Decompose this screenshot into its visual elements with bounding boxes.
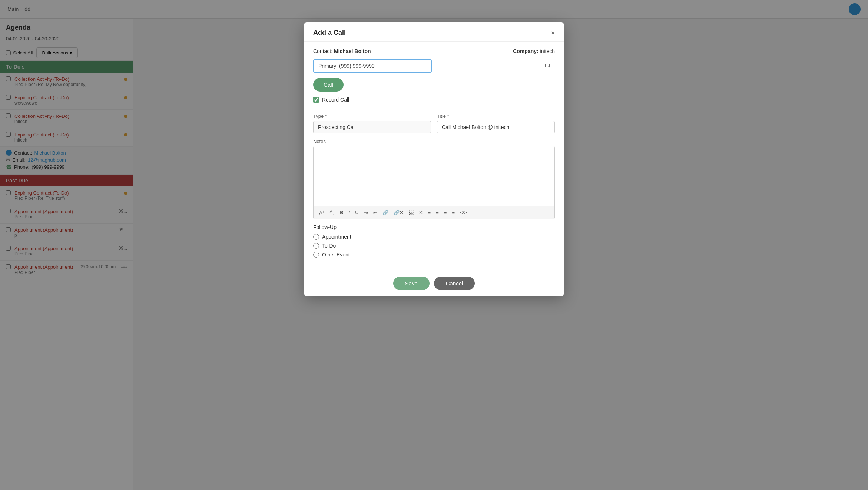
save-button[interactable]: Save xyxy=(393,277,430,290)
toolbar-remove-button[interactable]: ✕ xyxy=(417,209,425,216)
modal-close-button[interactable]: × xyxy=(551,30,555,36)
followup-other-radio[interactable] xyxy=(313,252,319,258)
toolbar-underline-button[interactable]: U xyxy=(353,209,360,216)
record-call-checkbox[interactable] xyxy=(313,97,319,103)
call-button[interactable]: Call xyxy=(313,78,344,92)
contact-company-line: Contact: Michael Bolton Company: initech xyxy=(313,48,555,54)
phone-select-wrapper: Primary: (999) 999-9999 ⬆⬇ xyxy=(313,59,555,73)
add-call-modal: Add a Call × Contact: Michael Bolton Com… xyxy=(304,22,564,296)
title-input[interactable] xyxy=(437,121,555,133)
modal-title: Add a Call xyxy=(313,29,346,37)
cancel-button[interactable]: Cancel xyxy=(434,277,475,290)
followup-other-label[interactable]: Other Event xyxy=(313,252,555,258)
followup-title: Follow-Up xyxy=(313,224,555,230)
followup-other-text: Other Event xyxy=(322,252,350,258)
toolbar-outdent-button[interactable]: ⇤ xyxy=(371,209,379,216)
title-group: Title * xyxy=(437,113,555,133)
notes-editor: A↑ A↓ B I U ⇥ ⇤ 🔗 🔗✕ 🖼 ✕ ≡ ≡ ≡ ≡ </> xyxy=(313,146,555,219)
toolbar-align-center-button[interactable]: ≡ xyxy=(434,209,441,216)
type-label: Type * xyxy=(313,113,431,119)
toolbar-font-larger-button[interactable]: A↑ xyxy=(317,208,326,216)
toolbar-bold-button[interactable]: B xyxy=(338,209,345,216)
followup-todo-text: To-Do xyxy=(322,243,336,249)
followup-appointment-radio[interactable] xyxy=(313,234,319,240)
toolbar-image-button[interactable]: 🖼 xyxy=(407,209,415,216)
modal-company-label: Company: xyxy=(513,48,538,54)
modal-company-name: initech xyxy=(540,48,555,54)
toolbar-unlink-button[interactable]: 🔗✕ xyxy=(392,209,405,216)
notes-group: Notes A↑ A↓ B I U ⇥ ⇤ 🔗 🔗✕ 🖼 ✕ ≡ ≡ xyxy=(313,139,555,219)
followup-section: Follow-Up Appointment To-Do Other Event xyxy=(313,224,555,263)
modal-company-info: Company: initech xyxy=(513,48,555,54)
toolbar-font-smaller-button[interactable]: A↓ xyxy=(328,208,337,216)
phone-select[interactable]: Primary: (999) 999-9999 xyxy=(313,59,432,73)
type-select[interactable]: Prospecting Call Follow-Up Call Appointm… xyxy=(313,121,431,133)
toolbar-align-justify-button[interactable]: ≡ xyxy=(450,209,457,216)
modal-header: Add a Call × xyxy=(304,22,564,42)
record-call-label: Record Call xyxy=(322,97,349,103)
phone-select-chevron-icon: ⬆⬇ xyxy=(544,63,551,69)
record-call-row: Record Call xyxy=(313,97,555,108)
modal-contact-name: Michael Bolton xyxy=(334,48,371,54)
toolbar-indent-button[interactable]: ⇥ xyxy=(362,209,370,216)
followup-appointment-label[interactable]: Appointment xyxy=(313,234,555,240)
notes-label: Notes xyxy=(313,139,555,144)
toolbar-italic-button[interactable]: I xyxy=(347,209,352,216)
followup-appointment-text: Appointment xyxy=(322,234,351,240)
notes-toolbar: A↑ A↓ B I U ⇥ ⇤ 🔗 🔗✕ 🖼 ✕ ≡ ≡ ≡ ≡ </> xyxy=(314,206,554,219)
modal-contact-label: Contact: xyxy=(313,48,332,54)
toolbar-align-left-button[interactable]: ≡ xyxy=(426,209,433,216)
radio-group: Appointment To-Do Other Event xyxy=(313,234,555,258)
modal-body: Contact: Michael Bolton Company: initech… xyxy=(304,42,564,271)
toolbar-source-button[interactable]: </> xyxy=(458,209,469,216)
type-group: Type * Prospecting Call Follow-Up Call A… xyxy=(313,113,431,133)
modal-contact-info: Contact: Michael Bolton xyxy=(313,48,371,54)
title-label: Title * xyxy=(437,113,555,119)
toolbar-link-button[interactable]: 🔗 xyxy=(381,209,390,216)
notes-textarea[interactable] xyxy=(314,146,554,206)
type-title-row: Type * Prospecting Call Follow-Up Call A… xyxy=(313,113,555,133)
toolbar-align-right-button[interactable]: ≡ xyxy=(442,209,449,216)
followup-todo-label[interactable]: To-Do xyxy=(313,243,555,249)
followup-todo-radio[interactable] xyxy=(313,243,319,249)
modal-footer: Save Cancel xyxy=(304,271,564,296)
